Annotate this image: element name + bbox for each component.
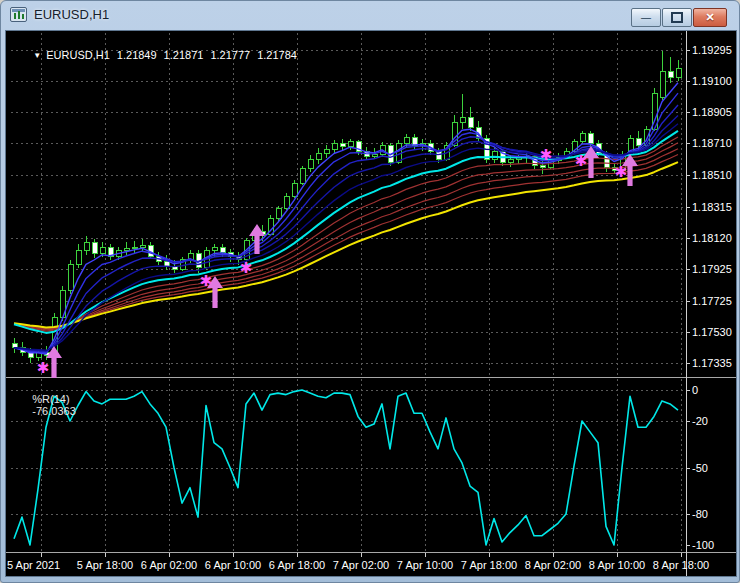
svg-text:8 Apr 02:00: 8 Apr 02:00 — [525, 559, 581, 571]
symbol-dropdown-icon[interactable]: ▼ — [33, 51, 41, 60]
svg-text:7 Apr 18:00: 7 Apr 18:00 — [461, 559, 517, 571]
svg-text:1.18120: 1.18120 — [692, 232, 732, 244]
svg-text:6 Apr 18:00: 6 Apr 18:00 — [269, 559, 325, 571]
svg-text:5 Apr 18:00: 5 Apr 18:00 — [77, 559, 133, 571]
svg-text:-100: -100 — [692, 539, 714, 551]
restore-icon — [671, 12, 683, 23]
svg-text:✱: ✱ — [37, 359, 50, 376]
svg-text:7 Apr 02:00: 7 Apr 02:00 — [333, 559, 389, 571]
window-title: EURUSD,H1 — [34, 7, 109, 22]
svg-text:6 Apr 10:00: 6 Apr 10:00 — [205, 559, 261, 571]
svg-text:1.17530: 1.17530 — [692, 326, 732, 338]
svg-text:5 Apr 2021: 5 Apr 2021 — [7, 559, 60, 571]
wpr-name: %R(14) — [32, 393, 69, 405]
svg-text:✱: ✱ — [240, 259, 253, 276]
title-bar[interactable]: EURUSD,H1 — ✕ — [1, 1, 739, 30]
svg-text:1.18315: 1.18315 — [692, 201, 732, 213]
close-button[interactable]: ✕ — [693, 8, 727, 27]
svg-text:1.18510: 1.18510 — [692, 169, 732, 181]
chart-window: EURUSD,H1 — ✕ ✱✱✱✱✱✱1.192951.191001.1890… — [0, 0, 740, 583]
svg-text:1.19295: 1.19295 — [692, 44, 732, 56]
svg-text:8 Apr 10:00: 8 Apr 10:00 — [589, 559, 645, 571]
svg-text:0: 0 — [692, 384, 698, 396]
svg-text:1.17335: 1.17335 — [692, 357, 732, 369]
wpr-value: -76.0363 — [32, 405, 75, 417]
svg-text:6 Apr 02:00: 6 Apr 02:00 — [141, 559, 197, 571]
restore-button[interactable] — [662, 8, 692, 27]
svg-text:✱: ✱ — [200, 272, 213, 289]
info-symbol: EURUSD,H1 — [46, 49, 110, 61]
minimize-button[interactable]: — — [631, 8, 661, 27]
svg-text:1.17725: 1.17725 — [692, 295, 732, 307]
chart-client-area[interactable]: ✱✱✱✱✱✱1.192951.191001.189051.187101.1851… — [5, 30, 737, 577]
svg-text:8 Apr 18:00: 8 Apr 18:00 — [653, 559, 709, 571]
ohlc-info-label: ▼EURUSD,H11.218491.218711.217771.21784 — [15, 37, 297, 73]
svg-text:1.17925: 1.17925 — [692, 263, 732, 275]
window-controls: — ✕ — [630, 8, 727, 27]
chart-canvas[interactable]: ✱✱✱✱✱✱1.192951.191001.189051.187101.1851… — [6, 31, 736, 577]
svg-text:✱: ✱ — [615, 163, 628, 180]
svg-text:-50: -50 — [692, 462, 708, 474]
svg-text:-80: -80 — [692, 508, 708, 520]
svg-text:1.18710: 1.18710 — [692, 137, 732, 149]
wpr-indicator-label: %R(14) -76.0363 — [14, 381, 76, 429]
svg-text:7 Apr 10:00: 7 Apr 10:00 — [397, 559, 453, 571]
info-open: 1.21849 — [117, 49, 157, 61]
chart-icon — [10, 7, 27, 22]
svg-text:1.18905: 1.18905 — [692, 106, 732, 118]
svg-text:-20: -20 — [692, 415, 708, 427]
svg-text:✱: ✱ — [575, 152, 588, 169]
info-high: 1.21871 — [164, 49, 204, 61]
info-close: 1.21784 — [257, 49, 297, 61]
svg-text:1.19100: 1.19100 — [692, 75, 732, 87]
info-low: 1.21777 — [210, 49, 250, 61]
svg-text:✱: ✱ — [540, 146, 553, 163]
